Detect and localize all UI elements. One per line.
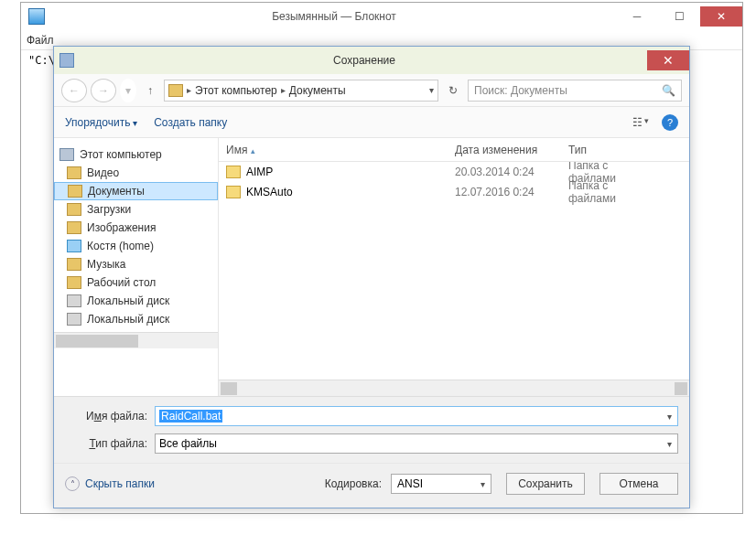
dialog-input-area: Имя файла: RaidCall.bat Тип файла: Все ф… — [54, 396, 689, 463]
dialog-footer: ˄ Скрыть папки Кодировка: ANSI Сохранить… — [54, 463, 689, 508]
column-type[interactable]: Тип — [561, 144, 662, 156]
folder-icon — [67, 166, 81, 179]
file-list: Имя▴ Дата изменения Тип AIMP 20.03.2014 … — [219, 138, 689, 396]
encoding-label: Кодировка: — [325, 477, 382, 490]
file-list-scrollbar[interactable] — [219, 380, 689, 396]
tree-item-documents[interactable]: Документы — [54, 182, 218, 200]
chevron-right-icon: ▸ — [281, 85, 286, 95]
filetype-label: Тип файла: — [65, 437, 147, 450]
chevron-down-icon[interactable]: ▾ — [429, 85, 434, 95]
breadcrumb-folder[interactable]: Документы — [289, 84, 346, 97]
tree-item-localdisk1[interactable]: Локальный диск — [54, 292, 218, 310]
disk-icon — [67, 313, 81, 326]
notepad-icon — [28, 8, 45, 25]
file-list-header: Имя▴ Дата изменения Тип — [219, 138, 689, 162]
cancel-button[interactable]: Отмена — [599, 473, 678, 495]
tree-item-desktop[interactable]: Рабочий стол — [54, 273, 218, 292]
tree-item-downloads[interactable]: Загрузки — [54, 200, 218, 219]
folder-icon — [68, 185, 82, 198]
tree-item-home[interactable]: Костя (home) — [54, 237, 218, 255]
file-row[interactable]: KMSAuto 12.07.2016 0:24 Папка с файлами — [219, 182, 689, 202]
notepad-title: Безымянный — Блокнот — [52, 10, 616, 23]
dialog-close-button[interactable]: ✕ — [647, 50, 689, 70]
sort-asc-icon: ▴ — [251, 146, 255, 155]
nav-bar: ← → ▾ ↑ ▸ Этот компьютер ▸ Документы ▾ ↻… — [54, 74, 689, 107]
hide-folders-link[interactable]: ˄ Скрыть папки — [65, 476, 155, 491]
folder-icon — [67, 203, 81, 216]
menu-file[interactable]: Файл — [27, 34, 54, 47]
tree-item-localdisk2[interactable]: Локальный диск — [54, 310, 218, 328]
network-icon — [67, 240, 81, 252]
filename-input[interactable]: RaidCall.bat — [155, 406, 678, 426]
folder-icon — [226, 186, 241, 198]
nav-forward-button[interactable]: → — [91, 79, 116, 102]
notepad-titlebar: Безымянный — Блокнот ─ ☐ ✕ — [21, 3, 742, 30]
new-folder-button[interactable]: Создать папку — [154, 116, 227, 129]
maximize-button[interactable]: ☐ — [658, 6, 700, 27]
tree-item-pictures[interactable]: Изображения — [54, 219, 218, 237]
filetype-select[interactable]: Все файлы — [155, 433, 678, 454]
search-input[interactable]: Поиск: Документы 🔍 — [468, 80, 682, 102]
disk-icon — [67, 294, 81, 307]
pc-icon — [59, 148, 74, 161]
search-placeholder: Поиск: Документы — [474, 84, 567, 97]
breadcrumb[interactable]: ▸ Этот компьютер ▸ Документы ▾ — [164, 80, 438, 102]
organize-button[interactable]: Упорядочить — [65, 116, 137, 129]
filename-label: Имя файла: — [65, 410, 147, 423]
chevron-up-icon: ˄ — [65, 476, 80, 491]
dialog-toolbar: Упорядочить Создать папку ☷ ▾ ? — [54, 107, 689, 138]
minimize-button[interactable]: ─ — [616, 6, 658, 27]
search-icon: 🔍 — [662, 84, 675, 97]
dialog-body: Этот компьютер Видео Документы Загрузки … — [54, 138, 689, 396]
tree-root-pc[interactable]: Этот компьютер — [54, 145, 218, 164]
view-options-button[interactable]: ☷ ▾ — [632, 116, 649, 129]
tree-item-music[interactable]: Музыка — [54, 255, 218, 273]
folder-icon — [226, 166, 241, 178]
dialog-icon — [59, 53, 74, 68]
nav-history-dropdown[interactable]: ▾ — [120, 79, 136, 102]
help-button[interactable]: ? — [662, 114, 678, 131]
column-date[interactable]: Дата изменения — [448, 144, 561, 156]
folder-icon — [168, 84, 183, 97]
filename-value: RaidCall.bat — [159, 410, 222, 423]
folder-icon — [67, 221, 81, 234]
tree-item-video[interactable]: Видео — [54, 164, 218, 182]
save-button[interactable]: Сохранить — [506, 473, 585, 495]
refresh-button[interactable]: ↻ — [442, 84, 464, 97]
chevron-right-icon: ▸ — [187, 85, 191, 95]
save-dialog: Сохранение ✕ ← → ▾ ↑ ▸ Этот компьютер ▸ … — [53, 46, 690, 508]
dialog-titlebar: Сохранение ✕ — [54, 47, 689, 74]
folder-icon — [67, 276, 81, 289]
breadcrumb-root[interactable]: Этот компьютер — [195, 84, 277, 97]
close-button[interactable]: ✕ — [700, 6, 742, 27]
nav-tree: Этот компьютер Видео Документы Загрузки … — [54, 138, 219, 396]
dialog-title: Сохранение — [81, 54, 647, 67]
encoding-select[interactable]: ANSI — [391, 474, 491, 494]
nav-up-button[interactable]: ↑ — [140, 84, 160, 97]
column-name[interactable]: Имя▴ — [219, 144, 448, 156]
tree-scrollbar[interactable] — [54, 332, 218, 348]
nav-back-button[interactable]: ← — [61, 79, 87, 102]
folder-icon — [67, 258, 81, 271]
